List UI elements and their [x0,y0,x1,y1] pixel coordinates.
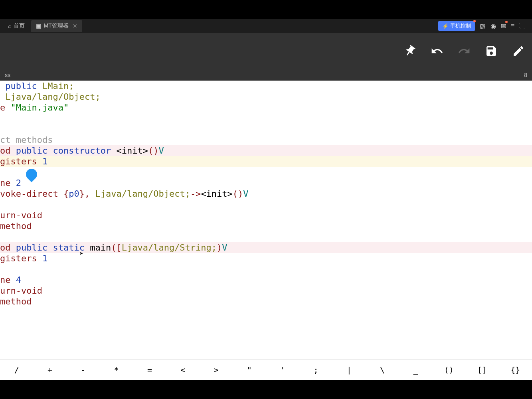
sym-slash[interactable]: / [0,365,33,375]
edit-button[interactable] [512,45,525,57]
redo-button[interactable] [458,45,471,57]
sym-squote[interactable]: ' [266,365,299,375]
sym-braces[interactable]: {} [499,365,532,375]
status-left: ss [5,72,10,78]
tab-home-label: 首页 [14,22,25,30]
phone-control-label: 手机控制 [450,22,471,30]
sym-dquote[interactable]: " [233,365,266,375]
sym-brackets[interactable]: [] [465,365,498,375]
mail-icon[interactable]: ✉ [501,22,506,30]
bolt-icon: ⚡ [442,23,449,29]
sym-minus[interactable]: - [67,365,100,375]
right-controls: ⚡ 手机控制 ▧ ◉ ✉ ≡ ⛶ [438,21,529,31]
sym-semicolon[interactable]: ; [299,365,332,375]
close-icon[interactable]: ✕ [73,23,77,29]
tab-mt-label: MT管理器 [44,22,68,30]
sym-star[interactable]: * [100,365,133,375]
mouse-pointer-icon: ➤ [79,248,83,259]
tab-home[interactable]: ⌂ 首页 [3,20,30,32]
save-button[interactable] [485,45,498,57]
status-line-number: 8 [524,72,527,78]
sym-equals[interactable]: = [133,365,166,375]
expand-icon[interactable]: ⛶ [519,22,526,30]
status-bar: ss 8 [0,69,532,81]
tab-mt-manager[interactable]: ▣ MT管理器 ✕ [31,20,82,32]
editor-toolbar [0,33,532,69]
sym-gt[interactable]: > [200,365,233,375]
pin-button[interactable] [403,45,416,57]
sym-plus[interactable]: + [33,365,66,375]
user-icon[interactable]: ◉ [490,22,496,30]
code-editor[interactable]: public LMain; Ljava/lang/Object; e "Main… [0,81,532,359]
tab-bar: ⌂ 首页 ▣ MT管理器 ✕ ⚡ 手机控制 ▧ ◉ ✉ ≡ ⛶ [0,19,532,33]
undo-button[interactable] [431,45,443,57]
sym-parens[interactable]: () [432,365,465,375]
symbol-row: / + - * = < > " ' ; | \ _ () [] {} [0,359,532,380]
phone-control-button[interactable]: ⚡ 手机控制 [438,21,475,31]
app-icon: ▣ [36,23,41,29]
sym-backslash[interactable]: \ [366,365,399,375]
sym-lt[interactable]: < [166,365,200,375]
sym-underscore[interactable]: _ [399,365,432,375]
screenshot-icon[interactable]: ▧ [480,22,486,30]
sym-pipe[interactable]: | [332,365,366,375]
home-icon: ⌂ [8,23,11,29]
menu-icon[interactable]: ≡ [511,22,514,30]
notification-dot [473,20,476,22]
